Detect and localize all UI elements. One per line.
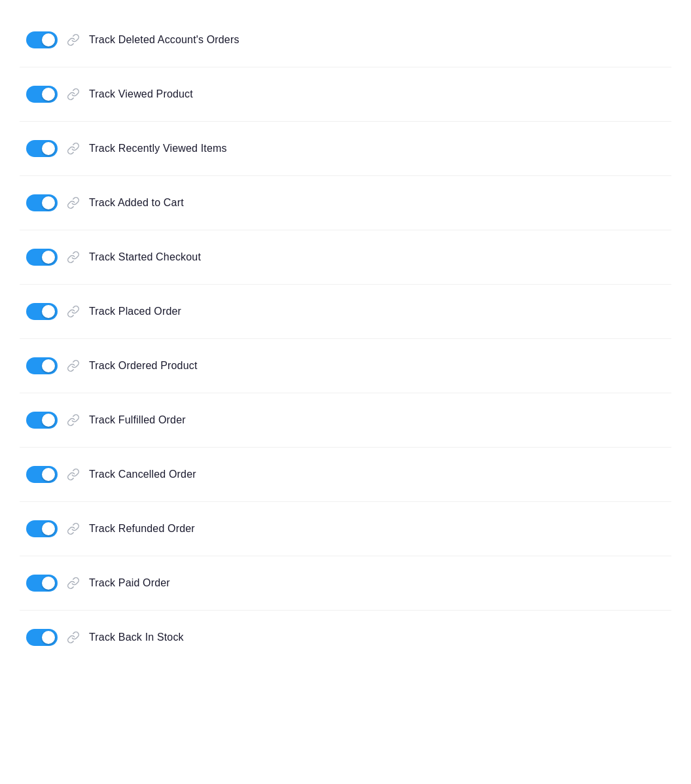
toggle-track-refunded-order[interactable] <box>26 520 58 537</box>
setting-label-track-refunded-order: Track Refunded Order <box>89 523 195 535</box>
setting-item-track-ordered-product: Track Ordered Product <box>20 339 671 393</box>
setting-label-track-started-checkout: Track Started Checkout <box>89 251 201 263</box>
setting-label-track-deleted-account-orders: Track Deleted Account's Orders <box>89 34 239 46</box>
toggle-track-fulfilled-order[interactable] <box>26 412 58 429</box>
toggle-track-placed-order[interactable] <box>26 303 58 320</box>
setting-item-track-placed-order: Track Placed Order <box>20 285 671 339</box>
toggle-track-paid-order[interactable] <box>26 575 58 592</box>
setting-label-track-recently-viewed-items: Track Recently Viewed Items <box>89 143 227 154</box>
setting-label-track-placed-order: Track Placed Order <box>89 306 181 317</box>
toggle-track-cancelled-order[interactable] <box>26 466 58 483</box>
link-icon <box>67 142 80 155</box>
toggle-track-added-to-cart[interactable] <box>26 194 58 211</box>
link-icon <box>67 468 80 481</box>
setting-item-track-refunded-order: Track Refunded Order <box>20 502 671 556</box>
link-icon <box>67 577 80 590</box>
setting-item-track-viewed-product: Track Viewed Product <box>20 67 671 122</box>
setting-item-track-fulfilled-order: Track Fulfilled Order <box>20 393 671 448</box>
toggle-track-started-checkout[interactable] <box>26 249 58 266</box>
settings-list: Track Deleted Account's Orders Track Vie… <box>20 13 671 664</box>
setting-label-track-viewed-product: Track Viewed Product <box>89 88 193 100</box>
link-icon <box>67 414 80 427</box>
link-icon <box>67 305 80 318</box>
toggle-track-recently-viewed-items[interactable] <box>26 140 58 157</box>
setting-label-track-cancelled-order: Track Cancelled Order <box>89 469 196 480</box>
setting-item-track-back-in-stock: Track Back In Stock <box>20 611 671 664</box>
link-icon <box>67 359 80 372</box>
link-icon <box>67 522 80 535</box>
link-icon <box>67 631 80 644</box>
link-icon <box>67 251 80 264</box>
toggle-track-viewed-product[interactable] <box>26 86 58 103</box>
toggle-track-back-in-stock[interactable] <box>26 629 58 646</box>
link-icon <box>67 33 80 46</box>
setting-label-track-back-in-stock: Track Back In Stock <box>89 632 184 643</box>
setting-label-track-fulfilled-order: Track Fulfilled Order <box>89 414 186 426</box>
setting-label-track-added-to-cart: Track Added to Cart <box>89 197 184 209</box>
setting-item-track-recently-viewed-items: Track Recently Viewed Items <box>20 122 671 176</box>
setting-item-track-added-to-cart: Track Added to Cart <box>20 176 671 230</box>
setting-label-track-ordered-product: Track Ordered Product <box>89 360 198 372</box>
setting-item-track-deleted-account-orders: Track Deleted Account's Orders <box>20 13 671 67</box>
toggle-track-deleted-account-orders[interactable] <box>26 31 58 48</box>
toggle-track-ordered-product[interactable] <box>26 357 58 374</box>
setting-label-track-paid-order: Track Paid Order <box>89 577 170 589</box>
setting-item-track-started-checkout: Track Started Checkout <box>20 230 671 285</box>
link-icon <box>67 88 80 101</box>
link-icon <box>67 196 80 209</box>
setting-item-track-cancelled-order: Track Cancelled Order <box>20 448 671 502</box>
setting-item-track-paid-order: Track Paid Order <box>20 556 671 611</box>
